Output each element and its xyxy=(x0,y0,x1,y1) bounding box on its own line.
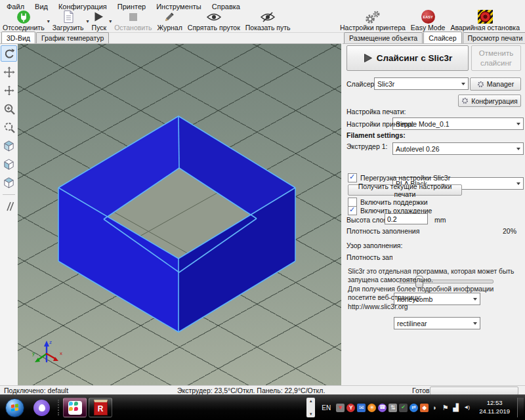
disconnect-button[interactable]: Отсоединить xyxy=(0,10,47,32)
tray-icon-network-flag[interactable]: ⚑ xyxy=(441,404,450,412)
tab-temp-graph[interactable]: График температур xyxy=(36,32,109,43)
printer-setting-label: Настройки принтера: xyxy=(346,120,414,128)
tray-icon-satellite[interactable]: ◗ xyxy=(430,404,439,412)
layer-height-unit: mm xyxy=(434,216,446,224)
top-view-button[interactable] xyxy=(1,174,17,190)
workspace: x y z xyxy=(0,43,341,386)
zoom-in-icon xyxy=(3,103,15,115)
cooling-checkbox-box[interactable] xyxy=(348,206,357,215)
show-desktop-button[interactable] xyxy=(517,398,524,417)
layer-height-input[interactable] xyxy=(385,213,428,224)
model-object[interactable]: x y z xyxy=(18,44,341,387)
view-tool-strip xyxy=(0,44,18,386)
move-viewpoint-button[interactable] xyxy=(1,82,17,98)
slicer-select[interactable]: Slic3r xyxy=(374,77,469,90)
taskbar-app-repetier[interactable]: R xyxy=(89,398,112,417)
plug-icon xyxy=(16,10,31,24)
hide-filament-button[interactable]: Спрятать пруток xyxy=(185,10,243,32)
tab-object-placement[interactable]: Размещение объекта xyxy=(344,32,423,43)
cancel-slice-button: Отменить слайсинг xyxy=(471,45,521,71)
infill-density-label: Плотность заполнения xyxy=(346,227,419,235)
zoom-fit-button[interactable] xyxy=(1,119,17,135)
zoom-in-button[interactable] xyxy=(1,100,17,117)
tray-icon-messenger[interactable]: ✳ xyxy=(368,404,376,412)
fetch-print-settings-button[interactable]: Получить текущие настройки печати xyxy=(348,184,462,196)
printer-settings-button[interactable]: Настройки принтера xyxy=(337,10,408,32)
tray-icon-signal[interactable]: ▟ xyxy=(452,404,460,412)
taskbar-clock[interactable]: 12:53 24.11.2019 xyxy=(479,399,510,416)
show-travel-button[interactable]: Показать путь xyxy=(243,10,293,32)
rotate-icon xyxy=(3,48,15,60)
infill-pattern-label: Узор заполнения: xyxy=(346,242,402,249)
connection-status: Подключено: default xyxy=(4,387,68,394)
parallel-projection-button[interactable] xyxy=(1,198,17,214)
tray-scroll-buttons[interactable]: ▲▼ xyxy=(306,398,315,417)
panel-tabs: Размещение объекта Слайсер Просмотр печа… xyxy=(344,32,525,43)
parallel-projection-icon xyxy=(3,200,15,212)
emergency-stop-button[interactable]: Аварийная остановка xyxy=(448,10,522,32)
ready-status: Готов xyxy=(412,387,430,394)
extruder-label: Экструдер 1: xyxy=(346,142,387,150)
load-button[interactable]: Загрузить xyxy=(50,10,87,32)
tray-icon-usb-ok[interactable]: ✔ xyxy=(399,404,408,412)
svg-text:y: y xyxy=(32,350,35,356)
move-object-button[interactable] xyxy=(1,64,17,80)
tray-icon-viber[interactable]: ☎ xyxy=(378,404,387,412)
document-icon xyxy=(62,10,75,24)
slic3r-description: Slic3r это отдельная программа, которая … xyxy=(348,267,520,311)
isometric-view-button[interactable] xyxy=(1,137,17,154)
tray-icon-volume[interactable]: ◄) xyxy=(462,404,471,412)
repetier-icon: R xyxy=(94,400,108,415)
printer-setting-select[interactable]: Autolevel 0.26 xyxy=(392,142,524,155)
main-toolbar: Отсоединить ▾ Загрузить ▾ Пуск ▾ Останов… xyxy=(0,12,525,33)
slice-play-icon xyxy=(363,53,373,63)
override-settings-checkbox[interactable]: Перегрузка настройки Slic3r xyxy=(348,173,450,182)
rotate-view-button[interactable] xyxy=(1,45,17,62)
language-indicator[interactable]: EN xyxy=(322,404,331,411)
log-button[interactable]: Журнал xyxy=(154,10,184,32)
solid-pattern-select[interactable]: rectilinear xyxy=(394,317,480,329)
tab-slicer[interactable]: Слайсер xyxy=(423,32,461,43)
tray-icon-chat[interactable]: ◆ xyxy=(420,404,429,412)
play-icon xyxy=(93,10,105,24)
start-button[interactable]: Пуск xyxy=(89,10,110,32)
view-tabs: 3D-Вид График температур xyxy=(1,32,110,43)
start-button[interactable] xyxy=(5,398,24,417)
gears-icon xyxy=(364,10,381,24)
configuration-button[interactable]: Конфигурация xyxy=(458,94,521,107)
axes-indicator: x y z xyxy=(32,339,62,362)
move-icon xyxy=(3,66,15,78)
front-view-button[interactable] xyxy=(1,156,17,172)
tray-icon-yandex[interactable]: Y xyxy=(346,404,355,412)
zoom-fit-icon xyxy=(3,121,15,133)
tool-strip-divider xyxy=(3,194,15,195)
tab-3d-view[interactable]: 3D-Вид xyxy=(1,32,35,43)
taskbar-app-slack[interactable] xyxy=(63,398,87,417)
tray-icon-usb[interactable]: ⇅ xyxy=(388,404,397,412)
config-gear-icon xyxy=(461,97,469,104)
system-tray: ▲▼ EN ▼ Y ✉ ✳ ☎ ⇅ ✔ ⇄ ◆ ◗ ⚑ ▟ ◄) 12:53 2… xyxy=(306,398,525,417)
layer-height-label: Высота слоя: xyxy=(346,216,389,224)
tray-icon-device[interactable]: ▼ xyxy=(336,404,345,412)
emergency-stop-icon xyxy=(478,10,493,24)
status-bar: Подключено: default Экструдер: 23,5°C/От… xyxy=(0,385,525,395)
slice-button[interactable]: Слайсинг с Slic3r xyxy=(346,45,469,71)
windows-logo-icon xyxy=(11,404,19,412)
easy-mode-button[interactable]: EASY Easy Mode xyxy=(408,10,448,32)
tab-print-preview[interactable]: Просмотр печати xyxy=(463,32,525,43)
taskbar-divider xyxy=(58,400,59,415)
taskbar-app-purple[interactable] xyxy=(33,400,50,416)
eye-slash-icon xyxy=(260,10,276,24)
easy-mode-icon: EASY xyxy=(421,10,435,24)
override-checkbox-box[interactable] xyxy=(348,173,357,182)
enable-supports-checkbox[interactable]: Включить поддержки xyxy=(348,198,428,207)
manager-gear-icon xyxy=(477,81,484,88)
svg-text:z: z xyxy=(49,339,52,345)
print-setting-label: Настройка печати: xyxy=(346,108,406,116)
viewport-3d[interactable]: x y z xyxy=(18,44,341,386)
clock-date: 24.11.2019 xyxy=(479,408,510,416)
clock-time: 12:53 xyxy=(479,399,510,408)
tray-icon-teamviewer[interactable]: ⇄ xyxy=(410,404,418,412)
manager-button[interactable]: Manager xyxy=(470,77,521,91)
tray-icon-mail[interactable]: ✉ xyxy=(357,404,366,412)
